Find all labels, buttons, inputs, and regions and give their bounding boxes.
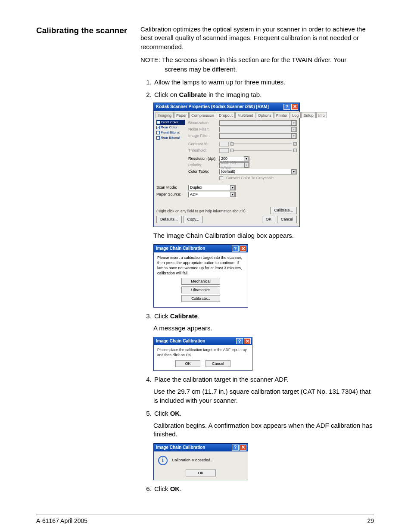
- polarity-label: Polarity:: [188, 162, 219, 168]
- step-2: Click on Calibrate in the Imaging tab.: [153, 90, 374, 99]
- tab-imaging[interactable]: Imaging: [156, 112, 174, 118]
- dlg3-title: Image Chain Calibration: [156, 445, 231, 451]
- binarization-select: ▾: [219, 120, 297, 126]
- calibration-dialog-3: Image Chain Calibration?✕ i Calibration …: [153, 443, 248, 480]
- contrast-value: [219, 142, 229, 146]
- note-line2: screens may be different.: [165, 65, 374, 74]
- calibrate-button[interactable]: Calibrate...: [181, 295, 220, 302]
- cancel-button[interactable]: Cancel: [206, 360, 230, 367]
- page-number: 29: [367, 517, 374, 525]
- image-filter-select: ▾: [219, 133, 297, 139]
- mechanical-button[interactable]: Mechanical: [181, 278, 220, 285]
- paper-source-select[interactable]: ADF▾: [188, 192, 236, 197]
- dlg2-message: Please place the calibration target in t…: [157, 348, 249, 358]
- dlg3-message: Calibration succeeded...: [172, 457, 214, 463]
- section-heading: Calibrating the scanner: [36, 25, 132, 36]
- ultrasonics-button[interactable]: Ultrasonics: [181, 286, 220, 293]
- tab-printer[interactable]: Printer: [274, 112, 290, 118]
- calibration-dialog-2: Image Chain Calibration?✕ Please place t…: [153, 337, 252, 371]
- front-color-checkbox[interactable]: [157, 121, 160, 124]
- scan-mode-select[interactable]: Duplex▾: [188, 185, 236, 190]
- defaults-button[interactable]: Defaults...: [156, 216, 182, 223]
- info-icon: i: [158, 456, 168, 465]
- color-table-select[interactable]: (default)▾: [219, 169, 297, 174]
- close-icon[interactable]: ✕: [240, 246, 246, 252]
- noise-filter-label: Noise Filter:: [188, 127, 219, 132]
- note-line1: NOTE: The screens shown in this section …: [140, 56, 374, 64]
- resolution-label: Resolution (dpi):: [188, 156, 219, 161]
- ok-button[interactable]: OK: [262, 216, 275, 223]
- dlg1-message: Please insert a calibration target into …: [157, 255, 244, 276]
- tab-strip: Imaging Paper Compression Dropout Multif…: [154, 111, 299, 118]
- tab-dropout[interactable]: Dropout: [217, 112, 235, 118]
- front-bitonal-checkbox[interactable]: [156, 131, 160, 134]
- color-table-label: Color Table:: [188, 169, 219, 174]
- step-5: Click OK.: [153, 409, 374, 418]
- side-selector: Front Color Rear Color Front Bitonal Rea…: [156, 120, 185, 181]
- close-icon[interactable]: ✕: [240, 445, 246, 451]
- step-3: Click Calibrate.: [153, 312, 374, 320]
- binarization-label: Binarization:: [188, 120, 219, 125]
- titlebar-text: Kodak Scanner Properties (Kodak Scanner …: [156, 104, 283, 110]
- footer-left: A-61167 April 2005: [36, 517, 87, 525]
- tab-compression[interactable]: Compression: [189, 112, 216, 118]
- polarity-select: Black on White▾: [219, 162, 249, 168]
- footer-divider: [36, 514, 374, 514]
- threshold-label: Threshold:: [188, 148, 219, 153]
- copy-button[interactable]: Copy...: [184, 216, 203, 223]
- step-4-sub: Use the 29.7 cm (11.7 in.) square calibr…: [153, 387, 374, 405]
- help-icon[interactable]: ?: [236, 338, 243, 344]
- dlg2-title: Image Chain Calibration: [156, 338, 235, 344]
- rear-color-checkbox[interactable]: [156, 126, 160, 129]
- tab-info[interactable]: Info: [316, 112, 327, 118]
- contrast-label: Contrast %:: [188, 141, 219, 146]
- convert-grayscale-checkbox: [219, 176, 223, 180]
- rear-bitonal-checkbox[interactable]: [156, 136, 160, 140]
- tab-log[interactable]: Log: [290, 112, 301, 118]
- tab-options[interactable]: Options: [256, 112, 274, 118]
- titlebar: Kodak Scanner Properties (Kodak Scanner …: [154, 103, 299, 111]
- help-icon[interactable]: ?: [283, 104, 290, 110]
- contrast-slider: [230, 143, 292, 144]
- step-5-sub: Calibration begins. A confirmation box a…: [153, 421, 374, 439]
- scanner-properties-dialog: Kodak Scanner Properties (Kodak Scanner …: [153, 103, 300, 227]
- tab-setup[interactable]: Setup: [301, 112, 316, 118]
- tab-multifeed[interactable]: Multifeed: [235, 112, 255, 118]
- image-filter-label: Image Filter:: [188, 133, 219, 138]
- ok-button[interactable]: OK: [186, 470, 216, 476]
- convert-grayscale-label: Convert Color To Grayscale: [226, 175, 274, 180]
- noise-filter-select: ▾: [219, 127, 297, 132]
- intro-text: Calibration optimizes the optical system…: [140, 25, 374, 51]
- scan-mode-label: Scan Mode:: [156, 185, 185, 190]
- close-icon[interactable]: ✕: [291, 104, 298, 110]
- text-after-props: The Image Chain Calibration dialog box a…: [153, 231, 374, 240]
- text-after-step3: A message appears.: [153, 324, 374, 333]
- paper-source-label: Paper Source:: [156, 192, 185, 197]
- threshold-slider: [230, 150, 292, 151]
- help-hint: (Right click on any field to get help in…: [156, 209, 246, 214]
- calibrate-button[interactable]: Calibrate...: [270, 207, 297, 214]
- help-icon[interactable]: ?: [232, 246, 239, 252]
- cancel-button[interactable]: Cancel: [277, 216, 297, 223]
- dlg1-title: Image Chain Calibration: [156, 246, 231, 252]
- ok-button[interactable]: OK: [175, 360, 200, 367]
- tab-paper[interactable]: Paper: [174, 112, 189, 118]
- help-icon[interactable]: ?: [232, 445, 239, 451]
- step-6: Click OK.: [153, 485, 374, 493]
- threshold-value: [219, 148, 229, 153]
- step-4: Place the calibration target in the scan…: [153, 375, 374, 384]
- calibration-dialog-1: Image Chain Calibration?✕ Please insert …: [153, 244, 248, 308]
- step-1: Allow the lamps to warm up for three min…: [153, 78, 374, 87]
- close-icon[interactable]: ✕: [244, 338, 251, 344]
